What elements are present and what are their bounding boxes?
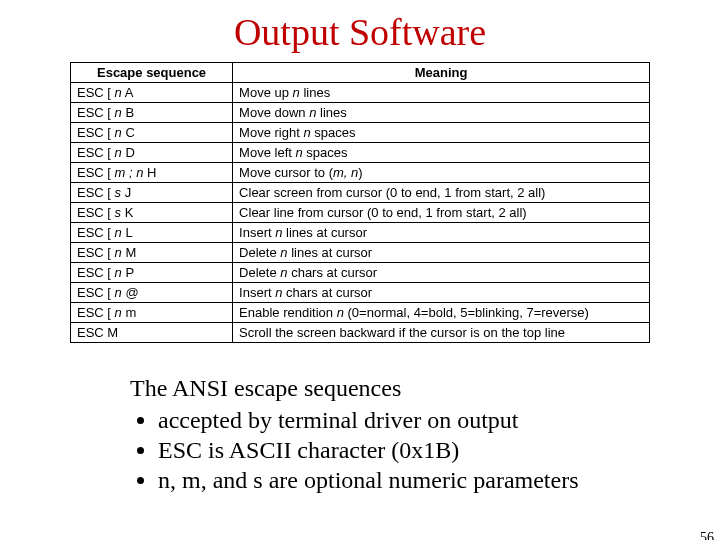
list-item: ESC is ASCII character (0x1B) <box>158 435 720 465</box>
cell-meaning: Scroll the screen backward if the cursor… <box>233 323 650 343</box>
table-row: ESC [ n CMove right n spaces <box>71 123 650 143</box>
cell-escape-sequence: ESC [ n P <box>71 263 233 283</box>
table-row: ESC [ n PDelete n chars at cursor <box>71 263 650 283</box>
notes-block: The ANSI escape sequences accepted by te… <box>130 373 720 495</box>
cell-meaning: Move left n spaces <box>233 143 650 163</box>
cell-escape-sequence: ESC [ s K <box>71 203 233 223</box>
table-header-row: Escape sequence Meaning <box>71 63 650 83</box>
table-row: ESC MScroll the screen backward if the c… <box>71 323 650 343</box>
cell-escape-sequence: ESC [ n L <box>71 223 233 243</box>
col-header-meaning: Meaning <box>233 63 650 83</box>
cell-escape-sequence: ESC M <box>71 323 233 343</box>
cell-meaning: Move up n lines <box>233 83 650 103</box>
table-row: ESC [ s JClear screen from cursor (0 to … <box>71 183 650 203</box>
cell-meaning: Move cursor to (m, n) <box>233 163 650 183</box>
col-header-escape: Escape sequence <box>71 63 233 83</box>
cell-meaning: Clear screen from cursor (0 to end, 1 fr… <box>233 183 650 203</box>
cell-escape-sequence: ESC [ m ; n H <box>71 163 233 183</box>
cell-meaning: Move right n spaces <box>233 123 650 143</box>
cell-escape-sequence: ESC [ s J <box>71 183 233 203</box>
cell-meaning: Delete n lines at cursor <box>233 243 650 263</box>
cell-escape-sequence: ESC [ n C <box>71 123 233 143</box>
page-number: 56 <box>700 530 714 540</box>
table-row: ESC [ n AMove up n lines <box>71 83 650 103</box>
cell-escape-sequence: ESC [ n M <box>71 243 233 263</box>
cell-escape-sequence: ESC [ n m <box>71 303 233 323</box>
list-item: n, m, and s are optional numeric paramet… <box>158 465 720 495</box>
notes-list: accepted by terminal driver on output ES… <box>130 405 720 495</box>
cell-escape-sequence: ESC [ n @ <box>71 283 233 303</box>
table-row: ESC [ m ; n HMove cursor to (m, n) <box>71 163 650 183</box>
table-row: ESC [ n mEnable rendition n (0=normal, 4… <box>71 303 650 323</box>
cell-escape-sequence: ESC [ n D <box>71 143 233 163</box>
cell-meaning: Insert n chars at cursor <box>233 283 650 303</box>
page-title: Output Software <box>0 10 720 54</box>
table-row: ESC [ n BMove down n lines <box>71 103 650 123</box>
slide: Output Software Escape sequence Meaning … <box>0 10 720 540</box>
table-row: ESC [ s KClear line from cursor (0 to en… <box>71 203 650 223</box>
table-row: ESC [ n MDelete n lines at cursor <box>71 243 650 263</box>
cell-meaning: Move down n lines <box>233 103 650 123</box>
list-item: accepted by terminal driver on output <box>158 405 720 435</box>
cell-meaning: Delete n chars at cursor <box>233 263 650 283</box>
table-row: ESC [ n @Insert n chars at cursor <box>71 283 650 303</box>
table-row: ESC [ n LInsert n lines at cursor <box>71 223 650 243</box>
notes-heading: The ANSI escape sequences <box>130 373 720 403</box>
cell-meaning: Enable rendition n (0=normal, 4=bold, 5=… <box>233 303 650 323</box>
cell-meaning: Clear line from cursor (0 to end, 1 from… <box>233 203 650 223</box>
escape-sequence-table-container: Escape sequence Meaning ESC [ n AMove up… <box>70 62 650 343</box>
cell-escape-sequence: ESC [ n A <box>71 83 233 103</box>
escape-sequence-table: Escape sequence Meaning ESC [ n AMove up… <box>70 62 650 343</box>
table-row: ESC [ n DMove left n spaces <box>71 143 650 163</box>
cell-meaning: Insert n lines at cursor <box>233 223 650 243</box>
cell-escape-sequence: ESC [ n B <box>71 103 233 123</box>
